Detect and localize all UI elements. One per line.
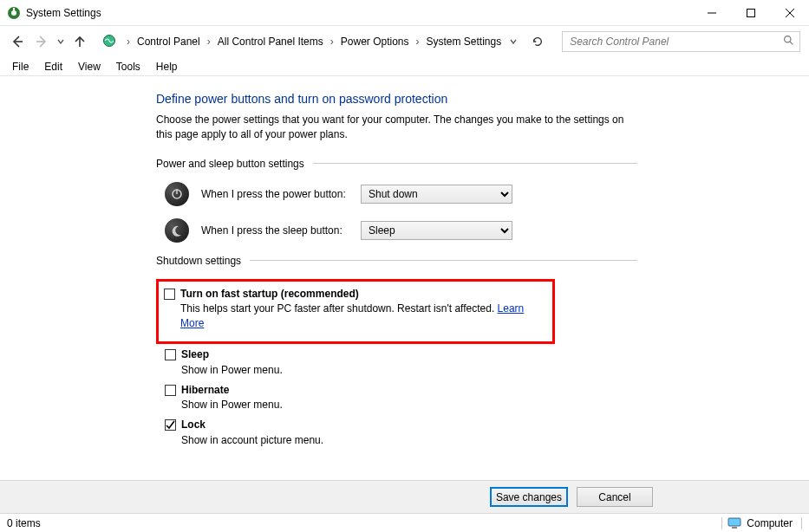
sleep-option-desc: Show in Power menu. (181, 363, 283, 378)
svg-rect-15 (728, 518, 740, 526)
sleep-option-title: Sleep (181, 348, 209, 360)
fast-startup-title: Turn on fast startup (recommended) (180, 288, 359, 300)
sleep-checkbox[interactable] (165, 349, 176, 360)
window-controls (692, 0, 809, 25)
chevron-right-icon: › (329, 36, 336, 48)
divider (313, 163, 637, 164)
cancel-button[interactable]: Cancel (577, 487, 653, 507)
menu-view[interactable]: View (71, 59, 108, 75)
chevron-right-icon: › (125, 36, 132, 48)
fast-startup-desc: This helps start your PC faster after sh… (180, 302, 498, 315)
hibernate-checkbox[interactable] (165, 385, 176, 396)
power-icon (165, 182, 189, 206)
control-panel-icon (102, 34, 116, 50)
menu-file[interactable]: File (5, 59, 36, 75)
fast-startup-checkbox[interactable] (164, 289, 175, 300)
titlebar: System Settings (0, 0, 809, 26)
refresh-button[interactable] (527, 31, 548, 52)
button-bar: Save changes Cancel (0, 480, 809, 513)
menu-tools[interactable]: Tools (109, 59, 147, 75)
save-changes-button[interactable]: Save changes (490, 487, 568, 507)
status-right: Computer (747, 517, 793, 529)
minimize-button[interactable] (692, 0, 731, 25)
section-power-sleep: Power and sleep button settings (156, 158, 637, 170)
divider (801, 517, 802, 529)
section-label: Power and sleep button settings (156, 158, 304, 170)
svg-rect-16 (732, 527, 737, 529)
power-button-row: When I press the power button: Shut down (165, 182, 809, 206)
menu-edit[interactable]: Edit (37, 59, 69, 75)
close-button[interactable] (770, 0, 809, 25)
search-input[interactable] (568, 35, 783, 49)
hibernate-option-title: Hibernate (181, 384, 229, 396)
menu-help[interactable]: Help (149, 59, 185, 75)
page-subtext: Choose the power settings that you want … (156, 113, 642, 142)
breadcrumb-seg-power-options[interactable]: Power Options (337, 34, 413, 49)
content-area: Define power buttons and turn on passwor… (0, 76, 809, 480)
divider (721, 517, 722, 529)
search-box[interactable] (562, 31, 800, 52)
status-left: 0 items (7, 517, 718, 529)
breadcrumb[interactable]: › Control Panel › All Control Panel Item… (121, 34, 505, 49)
sleep-button-label: When I press the sleep button: (201, 224, 349, 237)
back-button[interactable] (7, 31, 28, 52)
svg-line-12 (790, 42, 793, 44)
menubar: File Edit View Tools Help (0, 57, 809, 76)
lock-checkbox[interactable] (165, 419, 176, 431)
svg-rect-4 (747, 9, 754, 16)
svg-point-11 (785, 36, 791, 42)
recent-locations-dropdown[interactable] (55, 36, 66, 48)
chevron-right-icon: › (206, 36, 212, 48)
page-heading: Define power buttons and turn on passwor… (156, 92, 809, 106)
app-icon (7, 6, 21, 20)
lock-option-desc: Show in account picture menu. (181, 433, 323, 448)
svg-rect-2 (13, 8, 15, 11)
address-dropdown[interactable] (508, 36, 519, 48)
hibernate-option-desc: Show in Power menu. (181, 398, 283, 412)
lock-option-title: Lock (181, 418, 206, 431)
breadcrumb-seg-system-settings[interactable]: System Settings (422, 34, 505, 49)
search-icon[interactable] (783, 35, 794, 49)
up-button[interactable] (69, 31, 90, 52)
divider (250, 260, 637, 261)
sleep-button-row: When I press the sleep button: Sleep (165, 218, 809, 243)
statusbar: 0 items Computer (0, 513, 809, 532)
power-button-label: When I press the power button: (201, 188, 349, 200)
fast-startup-highlight: Turn on fast startup (recommended) This … (156, 279, 555, 344)
sleep-button-select[interactable]: Sleep (361, 221, 512, 240)
section-shutdown: Shutdown settings (156, 255, 637, 267)
power-button-select[interactable]: Shut down (361, 185, 512, 204)
window-title: System Settings (26, 7, 101, 19)
navbar: › Control Panel › All Control Panel Item… (0, 26, 809, 57)
computer-icon (727, 517, 741, 529)
breadcrumb-seg-control-panel[interactable]: Control Panel (134, 34, 204, 49)
section-label: Shutdown settings (156, 255, 241, 267)
forward-button[interactable] (31, 31, 52, 52)
breadcrumb-seg-all-items[interactable]: All Control Panel Items (214, 34, 327, 49)
maximize-button[interactable] (731, 0, 770, 25)
sleep-icon (165, 218, 189, 243)
chevron-right-icon: › (414, 36, 421, 48)
